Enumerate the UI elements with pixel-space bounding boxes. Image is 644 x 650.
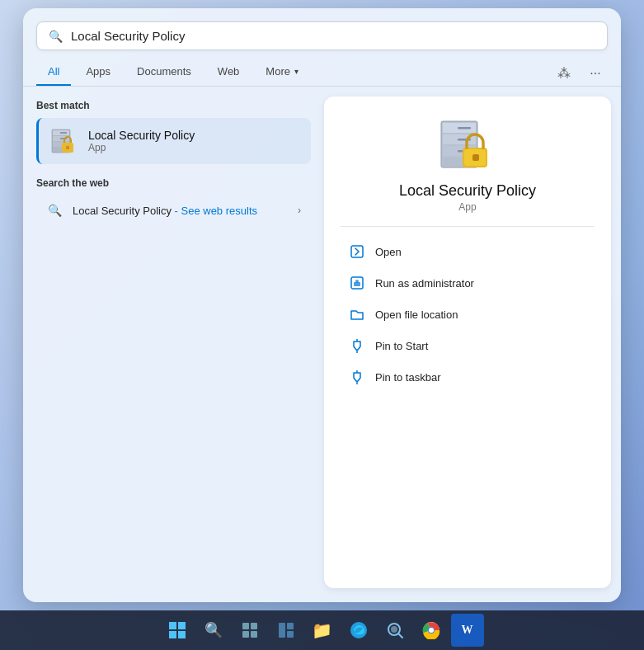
svg-rect-13 [458, 127, 471, 130]
web-search-text: Local Security Policy - See web results [73, 205, 288, 217]
svg-rect-34 [251, 631, 257, 638]
svg-rect-7 [66, 146, 69, 149]
svg-rect-18 [472, 154, 479, 161]
tab-more[interactable]: More ▾ [254, 60, 310, 86]
best-match-type: App [88, 142, 195, 153]
right-panel: Local Security Policy App Open Run as ad… [324, 97, 611, 588]
more-options-icon[interactable]: ··· [583, 61, 608, 86]
widgets-button[interactable] [270, 614, 303, 647]
start-button[interactable] [161, 614, 194, 647]
app-title: Local Security Policy [341, 182, 595, 200]
svg-rect-29 [169, 631, 176, 638]
tabs-right-actions: ⁂ ··· [552, 61, 608, 86]
svg-rect-4 [60, 132, 67, 134]
app-icon-large [435, 116, 501, 182]
svg-rect-31 [242, 623, 249, 629]
taskbar-search-button[interactable]: 🔍 [197, 614, 230, 647]
search-window: 🔍 Local Security Policy All Apps Documen… [23, 8, 621, 602]
action-open[interactable]: Open [341, 237, 595, 266]
svg-rect-36 [287, 623, 294, 629]
svg-line-40 [398, 634, 402, 638]
chevron-right-icon: › [298, 205, 301, 216]
svg-rect-33 [242, 631, 249, 638]
svg-rect-28 [178, 622, 186, 629]
web-search-item[interactable]: 🔍 Local Security Policy - See web result… [36, 195, 311, 225]
action-open-file-location[interactable]: Open file location [341, 299, 595, 329]
tab-apps[interactable]: Apps [74, 60, 122, 86]
folder-icon [349, 306, 365, 323]
svg-point-41 [391, 626, 397, 633]
action-pin-to-taskbar[interactable]: Pin to taskbar [341, 362, 595, 392]
svg-rect-32 [251, 623, 257, 629]
action-run-as-admin[interactable]: Run as administrator [341, 268, 595, 298]
action-pin-to-start[interactable]: Pin to Start [341, 331, 595, 360]
tabs-area: All Apps Documents Web More ▾ ⁂ ··· [23, 57, 621, 87]
best-match-label: Best match [36, 100, 311, 111]
left-panel: Best match Local Security [23, 87, 324, 598]
web-search-label: Search the web [36, 177, 311, 189]
search-bar-container: 🔍 Local Security Policy [36, 21, 608, 50]
word-button[interactable]: W [451, 614, 484, 647]
action-pin-taskbar-label: Pin to taskbar [375, 371, 441, 384]
open-icon [349, 243, 365, 260]
action-open-file-label: Open file location [375, 309, 458, 321]
web-search-query: Local Security Policy [73, 205, 172, 217]
see-results-text: - See web results [172, 205, 257, 217]
svg-rect-35 [279, 623, 285, 638]
svg-rect-19 [351, 246, 363, 257]
share-icon[interactable]: ⁂ [552, 61, 576, 86]
svg-rect-27 [169, 622, 176, 629]
web-search-icon: 🔍 [46, 204, 63, 217]
svg-point-44 [429, 628, 434, 633]
app-subtitle: App [341, 201, 595, 213]
tab-web[interactable]: Web [206, 60, 251, 86]
svg-point-38 [350, 622, 367, 638]
search-icon: 🔍 [49, 30, 63, 43]
svg-rect-30 [178, 631, 186, 638]
run-as-admin-icon [349, 275, 365, 291]
pin-taskbar-icon [349, 369, 365, 385]
svg-rect-22 [355, 280, 359, 283]
search-bar-area: 🔍 Local Security Policy [23, 8, 621, 57]
search-input[interactable]: Local Security Policy [71, 29, 595, 43]
action-run-as-admin-label: Run as administrator [375, 277, 474, 290]
best-match-item[interactable]: Local Security Policy App [36, 118, 311, 164]
tab-documents[interactable]: Documents [125, 60, 203, 86]
best-match-text: Local Security Policy App [88, 129, 195, 153]
file-explorer-button[interactable]: 📁 [306, 614, 339, 647]
pin-icon [349, 337, 365, 354]
svg-rect-37 [287, 631, 294, 638]
taskbar-search2-button[interactable] [378, 614, 411, 647]
chevron-down-icon: ▾ [294, 67, 298, 76]
chrome-button[interactable] [415, 614, 448, 647]
taskbar: 🔍 📁 [0, 610, 644, 650]
best-match-name: Local Security Policy [88, 129, 195, 142]
tab-all[interactable]: All [36, 60, 71, 86]
task-view-button[interactable] [233, 614, 266, 647]
action-open-label: Open [375, 246, 402, 258]
main-content: Best match Local Security [23, 87, 621, 598]
divider [341, 226, 595, 227]
action-list: Open Run as administrator Open file loca… [341, 237, 595, 392]
edge-button[interactable] [342, 614, 375, 647]
app-icon-small [49, 126, 78, 156]
action-pin-start-label: Pin to Start [375, 340, 428, 352]
